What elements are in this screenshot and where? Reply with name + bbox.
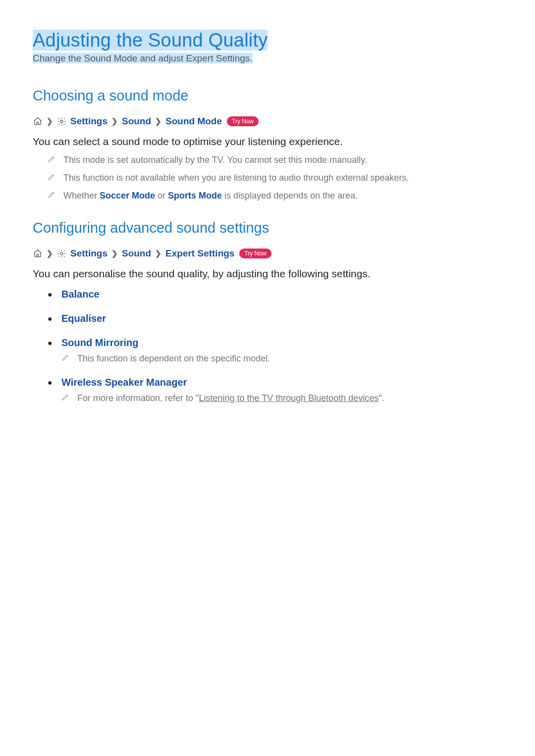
- link-bluetooth-devices[interactable]: Listening to the TV through Bluetooth de…: [199, 393, 378, 403]
- svg-point-0: [60, 120, 63, 122]
- section1-intro: You can select a sound mode to optimise …: [33, 136, 502, 148]
- setting-item-wireless-speaker: ● Wireless Speaker Manager For more info…: [48, 377, 502, 403]
- section-heading-sound-mode: Choosing a sound mode: [33, 88, 502, 104]
- note-item: This function is not available when you …: [48, 171, 502, 184]
- breadcrumb-sound-mode: ❯ Settings ❯ Sound ❯ Sound Mode Try Now: [33, 116, 502, 127]
- chevron-right-icon: ❯: [111, 249, 118, 258]
- crumb-settings[interactable]: Settings: [70, 116, 107, 127]
- home-icon: [33, 116, 43, 126]
- page-title: Adjusting the Sound Quality: [33, 30, 502, 51]
- pen-icon: [48, 189, 63, 202]
- pen-icon: [61, 393, 77, 403]
- link-sports-mode[interactable]: Sports Mode: [168, 191, 222, 201]
- pen-icon: [61, 353, 77, 364]
- note-item: This function is dependent on the specif…: [61, 353, 502, 364]
- bullet-icon: ●: [48, 338, 61, 348]
- note-item: For more information, refer to "Listenin…: [61, 393, 502, 403]
- crumb-sound-mode[interactable]: Sound Mode: [165, 116, 222, 127]
- chevron-right-icon: ❯: [47, 249, 53, 258]
- try-now-badge[interactable]: Try Now: [239, 249, 271, 258]
- pen-icon: [48, 171, 63, 184]
- pen-icon: [48, 153, 63, 166]
- note-item: This mode is set automatically by the TV…: [48, 153, 502, 166]
- link-wireless-speaker-manager[interactable]: Wireless Speaker Manager: [61, 377, 187, 388]
- link-equaliser[interactable]: Equaliser: [61, 313, 106, 324]
- chevron-right-icon: ❯: [155, 249, 161, 258]
- setting-item-equaliser: ● Equaliser: [48, 313, 502, 324]
- gear-icon: [57, 117, 66, 126]
- crumb-settings[interactable]: Settings: [70, 248, 107, 259]
- try-now-badge[interactable]: Try Now: [227, 116, 259, 126]
- bullet-icon: ●: [48, 314, 61, 324]
- chevron-right-icon: ❯: [47, 117, 53, 126]
- svg-point-1: [60, 252, 63, 255]
- bullet-icon: ●: [48, 378, 61, 388]
- crumb-sound[interactable]: Sound: [122, 116, 151, 127]
- link-balance[interactable]: Balance: [61, 289, 100, 300]
- setting-item-balance: ● Balance: [48, 289, 502, 300]
- link-sound-mirroring[interactable]: Sound Mirroring: [61, 337, 139, 349]
- gear-icon: [57, 249, 66, 258]
- crumb-expert-settings[interactable]: Expert Settings: [165, 248, 234, 259]
- home-icon: [33, 249, 43, 258]
- page-subtitle: Change the Sound Mode and adjust Expert …: [33, 53, 502, 64]
- bullet-icon: ●: [48, 290, 61, 300]
- chevron-right-icon: ❯: [155, 117, 161, 126]
- link-soccer-mode[interactable]: Soccer Mode: [100, 191, 155, 201]
- note-item: Whether Soccer Mode or Sports Mode is di…: [48, 189, 502, 202]
- crumb-sound[interactable]: Sound: [122, 248, 151, 259]
- section-heading-advanced: Configuring advanced sound settings: [33, 220, 502, 236]
- section2-intro: You can personalise the sound quality, b…: [33, 268, 502, 280]
- setting-item-sound-mirroring: ● Sound Mirroring This function is depen…: [48, 337, 502, 364]
- breadcrumb-expert-settings: ❯ Settings ❯ Sound ❯ Expert Settings Try…: [33, 248, 502, 259]
- chevron-right-icon: ❯: [111, 117, 118, 126]
